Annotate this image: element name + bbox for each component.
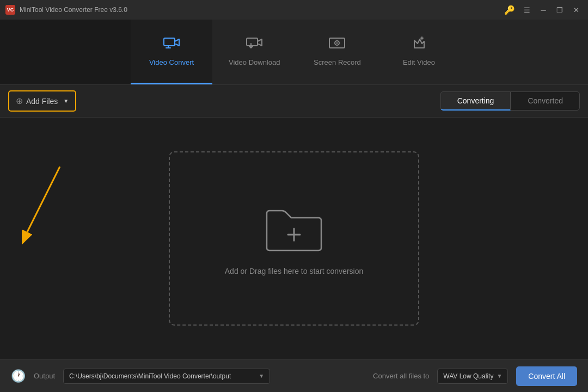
title-bar: VC MiniTool Video Converter Free v3.6.0 … (0, 0, 588, 20)
video-convert-icon (163, 36, 180, 54)
drop-zone[interactable]: Add or Drag files here to start conversi… (169, 151, 419, 326)
app-logo: VC (5, 5, 15, 15)
converted-tab[interactable]: Converted (511, 91, 580, 111)
convert-all-button[interactable]: Convert All (516, 366, 577, 386)
annotation-arrow (22, 150, 131, 259)
output-path-selector[interactable]: C:\Users\bj\Documents\MiniTool Video Con… (63, 369, 270, 384)
tab-video-convert[interactable]: Video Convert (131, 20, 212, 84)
clock-icon: 🕐 (11, 369, 26, 383)
converting-tabs: Converting Converted (440, 91, 580, 111)
svg-rect-1 (247, 38, 258, 46)
output-label: Output (34, 372, 55, 380)
restore-button[interactable]: ❐ (553, 4, 566, 15)
tab-edit-video-label: Edit Video (403, 58, 435, 66)
window-controls: ☰ ─ ❐ ✕ (520, 4, 583, 15)
convert-all-files-label: Convert all files to (373, 372, 429, 380)
add-files-label: Add Files (26, 97, 58, 106)
output-path-dropdown-icon: ▼ (259, 373, 264, 379)
svg-rect-0 (164, 38, 175, 46)
screen-record-icon (328, 36, 346, 54)
minimize-button[interactable]: ─ (537, 4, 550, 15)
sidebar-logo (0, 20, 131, 84)
tab-edit-video[interactable]: Edit Video (378, 20, 460, 84)
add-files-plus-icon: ⊕ (16, 96, 23, 106)
tab-video-download-label: Video Download (229, 58, 280, 66)
drop-zone-text: Add or Drag files here to start conversi… (225, 267, 363, 275)
add-files-dropdown-icon: ▼ (63, 98, 69, 104)
output-path-text: C:\Users\bj\Documents\MiniTool Video Con… (69, 372, 231, 380)
close-button[interactable]: ✕ (569, 4, 583, 15)
format-label: WAV Low Quality (443, 372, 493, 380)
bottom-bar: 🕐 Output C:\Users\bj\Documents\MiniTool … (0, 359, 588, 392)
edit-video-icon (410, 36, 427, 54)
main-content: Add or Drag files here to start conversi… (0, 118, 588, 359)
nav-tabs: Video Convert Video Download Screen (131, 20, 588, 84)
svg-point-4 (336, 42, 338, 44)
converting-tab[interactable]: Converting (440, 91, 511, 111)
tab-video-convert-label: Video Convert (149, 58, 194, 66)
format-selector[interactable]: WAV Low Quality ▼ (437, 369, 508, 384)
nav-bar: Video Convert Video Download Screen (0, 20, 588, 85)
svg-line-6 (27, 167, 60, 232)
toolbar: ⊕ Add Files ▼ Converting Converted (0, 85, 588, 118)
add-files-button[interactable]: ⊕ Add Files ▼ (8, 90, 76, 112)
video-download-icon (246, 36, 263, 54)
tab-screen-record-label: Screen Record (314, 58, 361, 66)
tab-screen-record[interactable]: Screen Record (296, 20, 378, 84)
format-dropdown-icon: ▼ (497, 373, 502, 379)
folder-icon (261, 201, 327, 256)
key-icon: 🔑 (504, 5, 515, 15)
menu-button[interactable]: ☰ (520, 4, 534, 15)
app-title: MiniTool Video Converter Free v3.6.0 (20, 6, 504, 14)
tab-video-download[interactable]: Video Download (212, 20, 296, 84)
